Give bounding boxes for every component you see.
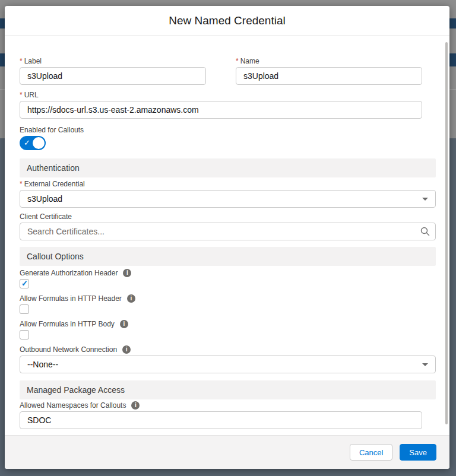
outbound-network-connection-value: --None-- — [27, 360, 58, 369]
allowed-namespaces-group: Allowed Namespaces for Callouts — [20, 401, 422, 429]
allow-formulas-http-body-group: Allow Formulas in HTTP Body — [20, 320, 449, 339]
label-name-row: * Label * Name — [20, 57, 449, 85]
cancel-button[interactable]: Cancel — [350, 444, 392, 461]
external-credential-combobox[interactable]: s3Upload — [20, 190, 436, 208]
name-input[interactable] — [236, 67, 422, 85]
authentication-section-header: Authentication — [20, 158, 436, 177]
info-icon[interactable] — [131, 401, 140, 410]
allowed-namespaces-input[interactable] — [20, 411, 422, 429]
url-field-group: * URL — [20, 91, 422, 119]
info-icon[interactable] — [120, 320, 128, 328]
modal-body: * Label * Name * URL Enabled f — [5, 36, 449, 435]
required-asterisk: * — [20, 91, 23, 99]
required-asterisk: * — [20, 180, 23, 188]
required-asterisk: * — [20, 57, 23, 65]
label-field-label: * Label — [20, 57, 206, 65]
allow-formulas-http-header-checkbox[interactable] — [20, 304, 29, 314]
search-icon — [420, 227, 430, 236]
required-asterisk: * — [236, 57, 239, 65]
scrollbar-thumb[interactable] — [445, 42, 448, 424]
url-field-label: * URL — [20, 91, 422, 99]
certificate-search-wrap — [20, 223, 436, 240]
allowed-namespaces-label: Allowed Namespaces for Callouts — [20, 401, 422, 410]
new-named-credential-modal: New Named Credential * Label * Name * — [5, 6, 449, 469]
name-field-group: * Name — [236, 57, 422, 85]
managed-package-access-section-header: Managed Package Access — [20, 380, 436, 399]
check-icon — [24, 138, 30, 148]
client-certificate-group: Client Certificate — [20, 212, 449, 240]
certificate-search-input[interactable] — [20, 223, 436, 240]
name-field-label: * Name — [236, 57, 422, 65]
enabled-for-callouts-label: Enabled for Callouts — [20, 126, 449, 134]
toggle-knob — [33, 137, 45, 149]
outbound-network-connection-group: Outbound Network Connection --None-- — [20, 345, 449, 373]
external-credential-label: * External Credential — [20, 180, 436, 188]
enabled-for-callouts-group: Enabled for Callouts — [20, 126, 449, 150]
allow-formulas-http-body-checkbox[interactable] — [20, 330, 29, 339]
info-icon[interactable] — [122, 345, 131, 354]
chevron-down-icon — [422, 363, 428, 366]
generate-auth-header-checkbox[interactable] — [20, 279, 29, 288]
callout-options-section-header: Callout Options — [20, 247, 436, 266]
generate-auth-header-label: Generate Authorization Header — [20, 269, 449, 277]
modal-title: New Named Credential — [169, 14, 285, 27]
allow-formulas-http-header-group: Allow Formulas in HTTP Header — [20, 294, 449, 314]
allow-formulas-http-body-label: Allow Formulas in HTTP Body — [20, 320, 449, 328]
external-credential-value: s3Upload — [27, 194, 62, 204]
allow-formulas-http-header-label: Allow Formulas in HTTP Header — [20, 294, 449, 303]
client-certificate-label: Client Certificate — [20, 212, 449, 221]
enabled-for-callouts-toggle[interactable] — [20, 136, 46, 150]
label-input[interactable] — [20, 67, 206, 85]
modal-footer: Cancel Save — [5, 435, 449, 469]
external-credential-group: * External Credential s3Upload — [20, 180, 436, 208]
save-button[interactable]: Save — [400, 444, 436, 461]
chevron-down-icon — [422, 198, 428, 201]
generate-auth-header-group: Generate Authorization Header — [20, 269, 449, 288]
url-input[interactable] — [20, 101, 422, 119]
modal-header: New Named Credential — [5, 6, 449, 36]
outbound-network-connection-label: Outbound Network Connection — [20, 345, 449, 354]
info-icon[interactable] — [127, 294, 135, 303]
outbound-network-connection-combobox[interactable]: --None-- — [20, 356, 436, 373]
info-icon[interactable] — [123, 269, 131, 277]
label-field-group: * Label — [20, 57, 206, 85]
